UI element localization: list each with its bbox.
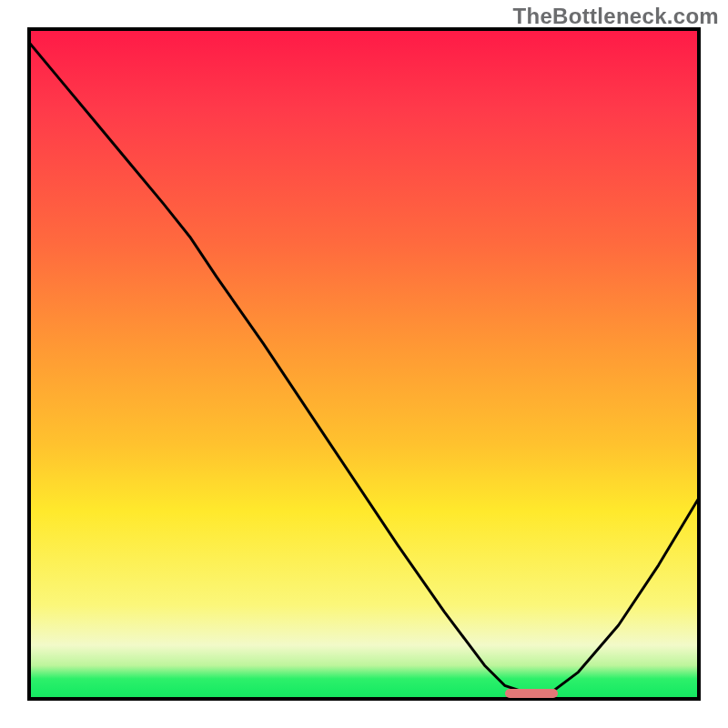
plot-area bbox=[29, 29, 699, 699]
curve-layer bbox=[29, 29, 699, 699]
minimum-marker bbox=[505, 689, 559, 698]
chart-stage: TheBottleneck.com bbox=[0, 0, 728, 728]
watermark-text: TheBottleneck.com bbox=[513, 4, 719, 29]
bottleneck-curve bbox=[29, 43, 699, 693]
